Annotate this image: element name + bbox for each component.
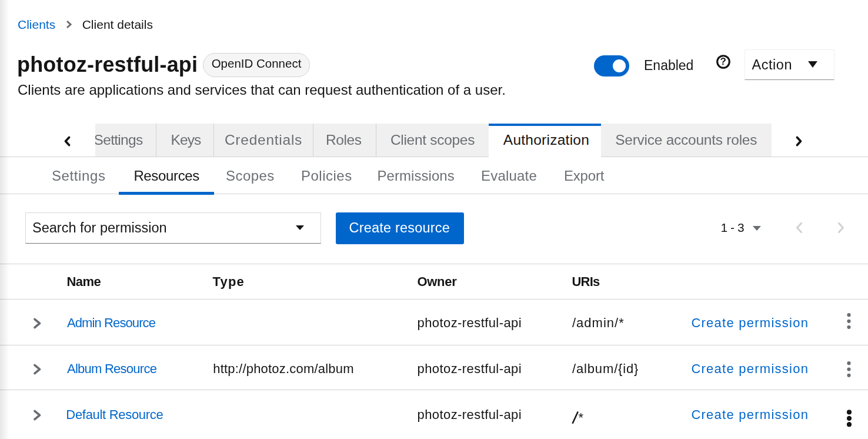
svg-text:*: * [579,410,584,425]
